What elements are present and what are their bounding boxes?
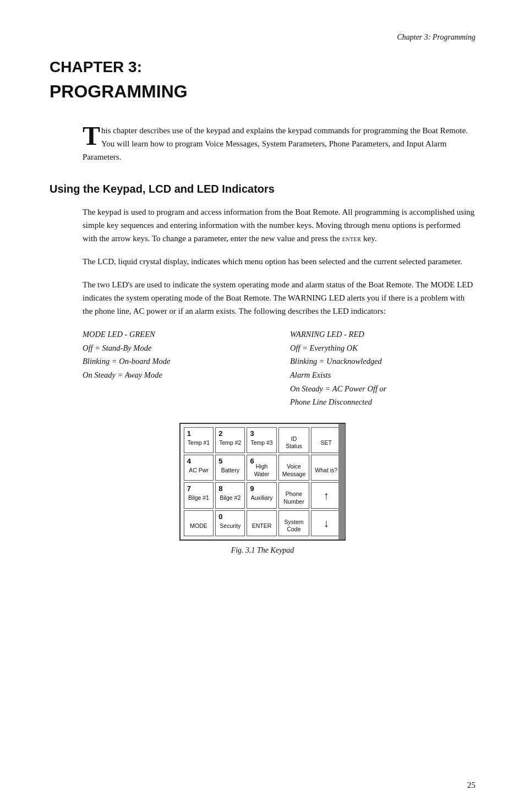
- led-red-line2: Blinking = Unacknowledged: [290, 355, 475, 368]
- intro-paragraph: This chapter describes use of the keypad…: [83, 124, 475, 164]
- page-number: 25: [467, 781, 475, 790]
- led-green-line2: Blinking = On-board Mode: [83, 355, 268, 368]
- key-voice-message[interactable]: VoiceMessage: [278, 455, 310, 481]
- section1-heading: Using the Keypad, LCD and LED Indicators: [50, 183, 475, 195]
- key-set[interactable]: SET: [311, 427, 341, 453]
- led-red-line4: On Steady = AC Power Off or: [290, 382, 475, 396]
- key-phone-number[interactable]: PhoneNumber: [278, 482, 310, 508]
- key-arrow-down[interactable]: ↓: [311, 510, 341, 536]
- key-enter[interactable]: ENTER: [247, 510, 276, 536]
- key-id-status[interactable]: IDStatus: [278, 427, 310, 453]
- keypad-container: 1 Temp #1 2 Temp #2 3 Temp #3 IDStatus S…: [50, 423, 475, 555]
- body-para-2: The LCD, liquid crystal display, indicat…: [83, 255, 475, 268]
- intro-text: his chapter describes use of the keypad …: [83, 126, 468, 161]
- key-0-security[interactable]: 0 Security: [215, 510, 245, 536]
- key-arrow-up[interactable]: ↑: [311, 482, 341, 508]
- body-para-3: The two LED's are used to indicate the s…: [83, 278, 475, 318]
- drop-cap: T: [83, 126, 100, 146]
- keypad-grid: 1 Temp #1 2 Temp #2 3 Temp #3 IDStatus S…: [184, 427, 341, 536]
- key-system-code[interactable]: SystemCode: [278, 510, 310, 536]
- key-5-battery[interactable]: 5 Battery: [215, 455, 245, 481]
- led-green-title: MODE LED - GREEN: [83, 328, 268, 341]
- header-text: Chapter 3: Programming: [397, 33, 475, 41]
- keypad-diagram: 1 Temp #1 2 Temp #2 3 Temp #3 IDStatus S…: [179, 423, 346, 541]
- keypad-side-bar: [338, 424, 345, 539]
- key-9-auxiliary[interactable]: 9 Auxiliary: [247, 482, 276, 508]
- key-1-temp1[interactable]: 1 Temp #1: [184, 427, 214, 453]
- page-header: Chapter 3: Programming: [50, 33, 475, 42]
- led-green-line3: On Steady = Away Mode: [83, 368, 268, 382]
- body-para-1: The keypad is used to program and access…: [83, 205, 475, 245]
- led-red-line3: Alarm Exists: [290, 368, 475, 382]
- led-red-line1: Off = Everything OK: [290, 341, 475, 355]
- led-red-col: WARNING LED - RED Off = Everything OK Bl…: [290, 328, 475, 409]
- key-6-highwater[interactable]: 6 HighWater: [247, 455, 276, 481]
- figure-caption: Fig. 3.1 The Keypad: [231, 546, 294, 555]
- key-7-bilge1[interactable]: 7 Bilge #1: [184, 482, 214, 508]
- intro-block: This chapter describes use of the keypad…: [83, 124, 475, 164]
- key-3-temp3[interactable]: 3 Temp #3: [247, 427, 276, 453]
- key-2-temp2[interactable]: 2 Temp #2: [215, 427, 245, 453]
- key-mode[interactable]: MODE: [184, 510, 214, 536]
- enter-keyword: enter: [342, 236, 362, 242]
- chapter-label: CHAPTER 3:: [50, 58, 475, 76]
- led-red-line5: Phone Line Disconnected: [290, 395, 475, 409]
- key-8-bilge2[interactable]: 8 Bilge #2: [215, 482, 245, 508]
- key-4-acpwr[interactable]: 4 AC Pwr: [184, 455, 214, 481]
- chapter-title: PROGRAMMING: [50, 81, 475, 102]
- led-red-title: WARNING LED - RED: [290, 328, 475, 341]
- key-what-is[interactable]: What is?: [311, 455, 341, 481]
- led-green-line1: Off = Stand-By Mode: [83, 341, 268, 355]
- page: Chapter 3: Programming CHAPTER 3: PROGRA…: [0, 0, 525, 812]
- led-green-col: MODE LED - GREEN Off = Stand-By Mode Bli…: [83, 328, 268, 409]
- led-section: MODE LED - GREEN Off = Stand-By Mode Bli…: [83, 328, 475, 409]
